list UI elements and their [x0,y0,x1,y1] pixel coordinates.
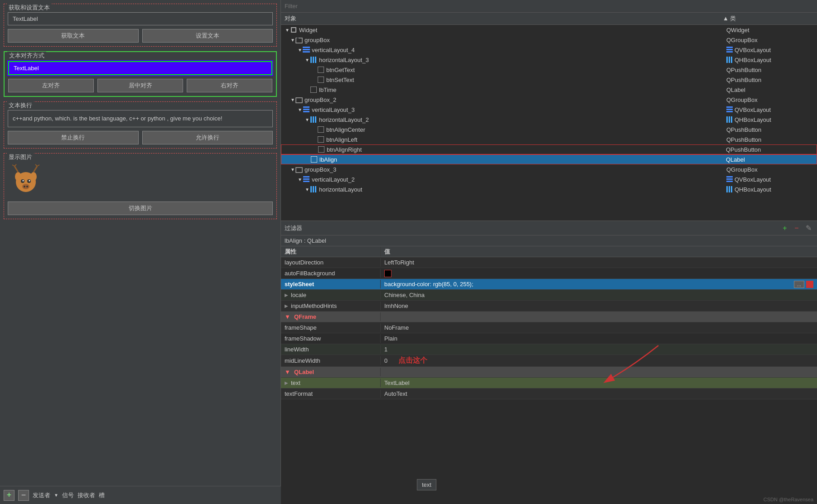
tree-row-hlayout2[interactable]: ▼ horizontalLayout_2 QHBoxLayout [281,115,817,125]
receiver-label: 接收者 [77,491,95,499]
prop-row-qframe-header: ▼ QFrame [281,312,817,322]
align-label-container: TextLabel [8,61,272,75]
tree-row-btnsettext[interactable]: btnSetText QPushButton [281,75,817,85]
tree-row-vlayout4[interactable]: ▼ verticalLayout_4 QVBoxLayout [281,45,817,55]
expand-groupbox3[interactable]: ▼ [290,167,295,172]
svg-rect-27 [315,57,316,63]
annotation-text: 点击这个 [398,356,427,365]
btn-align-right[interactable]: 右对齐 [187,79,272,92]
tree-row-btnAligncenter[interactable]: btnAlignCenter QPushButton [281,125,817,134]
btn-get-text[interactable]: 获取文本 [8,29,139,43]
btn-align-left[interactable]: 左对齐 [8,79,94,92]
svg-rect-26 [313,57,314,63]
expand-vlayout2[interactable]: ▼ [297,177,303,182]
group1-title: 获取和设置文本 [7,4,52,12]
expand-groupbox[interactable]: ▼ [290,37,295,43]
btn-set-text[interactable]: 设置文本 [142,29,273,43]
tree-row-groupbox3[interactable]: ▼ groupBox_3 QGroupBox [281,164,817,174]
row-name-btnAlignleft: btnAlignLeft [326,136,726,143]
expand-vlayout4[interactable]: ▼ [297,47,303,53]
expand-widget[interactable]: ▼ [285,27,290,33]
btn-no-wrap[interactable]: 禁止换行 [8,131,139,144]
prop-row-locale[interactable]: ▶ locale Chinese, China [281,290,817,301]
prop-value-text: TextLabel [381,379,817,387]
sender-label: 发送者 [33,491,50,499]
plus-button[interactable]: + [4,490,15,501]
filter-pen-btn[interactable]: ✎ [803,223,813,233]
group2-title: 文本对齐方式 [7,52,46,60]
svg-rect-48 [318,136,324,143]
btn-row-get-set: 获取文本 设置文本 [8,29,273,43]
prop-value-locale: Chinese, China [381,291,817,299]
row-cls-lbtime: QLabel [726,86,817,93]
prop-row-frameshadow[interactable]: frameShadow Plain [281,333,817,344]
expand-hlayout3[interactable]: ▼ [305,57,310,62]
prop-row-layoutdirection[interactable]: layoutDirection LeftToRight [281,257,817,268]
row-name-hlayout: horizontalLayout [319,186,726,193]
tree-header-cls: ▲ 类 [723,14,813,23]
expand-hlayout2[interactable]: ▼ [305,117,310,122]
svg-rect-42 [313,116,314,123]
autofill-checkbox[interactable] [384,270,392,277]
tree-rows: ▼ Widget QWidget ▼ ▪ groupBox QGroupBox [281,25,817,220]
icon-btnAligncenter [317,126,324,133]
prop-name-qframe: ▼ QFrame [281,312,381,321]
prop-value-layoutdirection: LeftToRight [381,258,817,267]
icon-hlayout [310,186,317,193]
expand-hlayout[interactable]: ▼ [305,187,310,192]
slot-label: 槽 [99,491,105,499]
row-cls-vlayout3: QVBoxLayout [726,106,817,113]
tree-row-lbalign[interactable]: lbAlign QLabel [281,154,817,164]
tree-row-groupbox2[interactable]: ▼ groupBox_2 QGroupBox [281,95,817,105]
btn-switch-image[interactable]: 切换图片 [8,202,273,215]
prop-row-midlinewidth[interactable]: midLineWidth 0 点击这个 [281,355,817,367]
tree-row-btnAlignleft[interactable]: btnAlignLeft QPushButton [281,134,817,144]
text-expand[interactable]: ▶ [285,380,289,385]
filter-minus-btn[interactable]: − [792,223,802,233]
prop-row-autofill[interactable]: autoFillBackground [281,268,817,279]
svg-point-2 [30,172,37,181]
prop-row-stylesheet[interactable]: styleSheet background-color: rgb(85, 0, … [281,279,817,290]
tree-row-groupbox[interactable]: ▼ ▪ groupBox QGroupBox [281,35,817,45]
stylesheet-value-text: background-color: rgb(85, 0, 255); [384,281,474,288]
tree-row-hlayout3[interactable]: ▼ horizontalLayout_3 QHBoxLayout [281,55,817,65]
svg-rect-23 [726,49,733,50]
svg-rect-24 [726,51,733,53]
row-name-vlayout4: verticalLayout_4 [312,47,726,53]
prop-row-textformat[interactable]: textFormat AutoText [281,389,817,399]
filter-section: 过滤器 + − ✎ [281,221,817,235]
filter-plus-btn[interactable]: + [780,223,790,233]
filter-input[interactable] [285,3,813,10]
stylesheet-red-btn[interactable] [806,281,813,288]
expand-groupbox2[interactable]: ▼ [290,97,295,102]
prop-row-frameshape[interactable]: frameShape NoFrame [281,322,817,333]
expand-vlayout3[interactable]: ▼ [297,107,303,112]
icon-hlayout2 [310,116,317,123]
prop-value-textformat: AutoText [381,389,817,398]
btn-align-center[interactable]: 居中对齐 [97,79,183,92]
svg-rect-32 [318,77,324,83]
tree-row-btnAlignright[interactable]: btnAlignRight QPushButton [281,144,817,154]
row-cls-vlayout2: QVBoxLayout [726,176,817,183]
btn-switch-container: 切换图片 [8,202,273,215]
tree-row-vlayout2[interactable]: ▼ verticalLayout_2 QVBoxLayout [281,174,817,184]
icon-btnAlignleft [317,136,324,143]
tree-row-vlayout3[interactable]: ▼ verticalLayout_3 QVBoxLayout [281,105,817,115]
tree-row-widget[interactable]: ▼ Widget QWidget [281,25,817,35]
prop-row-linewidth[interactable]: lineWidth 1 [281,344,817,355]
svg-rect-51 [296,168,302,173]
svg-rect-21 [303,51,310,53]
tree-row-hlayout[interactable]: ▼ horizontalLayout QHBoxLayout [281,184,817,194]
row-name-btngettext: btnGetText [326,67,726,73]
locale-expand[interactable]: ▶ [285,293,289,298]
tree-row-btngettext[interactable]: btnGetText QPushButton [281,65,817,75]
prop-name-textformat: textFormat [281,389,381,398]
row-name-lbalign: lbAlign [319,156,726,163]
minus-button[interactable]: − [18,490,29,501]
tree-row-lbtime[interactable]: lbTime QLabel [281,85,817,95]
inputmethod-expand[interactable]: ▶ [285,303,289,308]
stylesheet-edit-btn[interactable]: ... [794,281,804,288]
prop-row-inputmethod[interactable]: ▶ inputMethodHints ImhNone [281,301,817,312]
prop-row-text[interactable]: ▶ text TextLabel [281,378,817,389]
btn-allow-wrap[interactable]: 允许换行 [142,131,273,144]
